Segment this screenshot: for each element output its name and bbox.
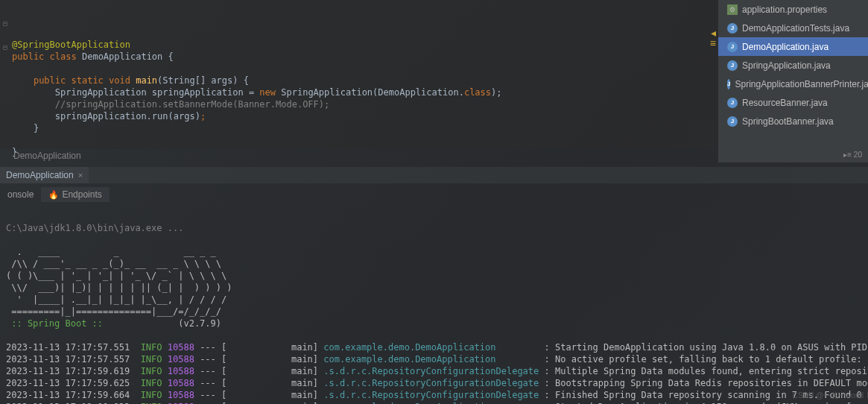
log-line: 2023-11-13 17:17:57.557 INFO 10588 --- [… (6, 353, 862, 365)
change-marker-icon[interactable]: ≡ (710, 37, 716, 49)
tab-console[interactable]: onsole (0, 187, 41, 202)
method-name: main (136, 75, 157, 86)
java-class-icon (727, 116, 738, 127)
run-config-tab[interactable]: DemoApplication × (0, 167, 89, 183)
properties-icon (727, 4, 738, 15)
annotation: @SpringBootApplication (12, 40, 130, 50)
code-editor[interactable]: ⊟ ⊟ @SpringBootApplication public class … (0, 0, 717, 149)
java-class-icon (727, 60, 738, 71)
brace: { (162, 51, 173, 62)
log-line: 2023-11-13 17:17:59.619 INFO 10588 --- [… (6, 365, 862, 377)
file-item[interactable]: ResourceBanner.java (718, 93, 868, 112)
log-line: 2023-11-13 17:17:59.664 INFO 10588 --- [… (6, 389, 862, 401)
close-icon[interactable]: × (78, 171, 83, 180)
brace: } (12, 123, 39, 133)
params: (String[] args) { (157, 75, 249, 86)
keyword: class (464, 87, 491, 98)
keyword: public static void (34, 75, 130, 86)
fold-icon[interactable]: ⊟ (3, 42, 7, 54)
log-line: 2023-11-13 17:18:00.833 INFO 10588 --- [… (6, 401, 862, 404)
spring-banner: . ____ _ __ _ _ /\\ / ___'_ __ _ _(_)_ _… (6, 247, 232, 317)
comment: //springApplication.setBannerMode(Banner… (12, 99, 329, 110)
java-class-icon (727, 23, 738, 34)
java-class-icon (727, 98, 738, 108)
file-name: application.properties (742, 4, 827, 15)
spring-boot-version: (v2.7.9) (108, 318, 221, 329)
tab-endpoints[interactable]: 🔥 Endpoints (41, 187, 109, 202)
keyword: new (259, 87, 276, 98)
semicolon: ; (200, 111, 206, 121)
spring-boot-label: :: Spring Boot :: (6, 318, 108, 329)
run-config-label: DemoApplication (6, 170, 74, 180)
file-item[interactable]: DemoApplicationTests.java (718, 19, 868, 37)
file-name: DemoApplication.java (742, 42, 829, 52)
file-item[interactable]: SpringApplication.java (718, 56, 868, 75)
console-command: C:\Java\jdk1.8.0\bin\java.exe ... (6, 223, 183, 233)
code-text: ); (491, 87, 501, 98)
console-output[interactable]: C:\Java\jdk1.8.0\bin\java.exe ... . ____… (0, 207, 868, 404)
editor-status[interactable]: ▸≡ 20 (843, 151, 862, 159)
fire-icon: 🔥 (48, 190, 59, 200)
code-text: SpringApplication springApplication = (12, 87, 259, 98)
code-text: springApplication.run(args) (12, 111, 200, 121)
file-item[interactable]: application.properties (718, 0, 868, 19)
java-class-icon (727, 42, 738, 52)
tab-label: Endpoints (62, 189, 101, 200)
file-name: DemoApplicationTests.java (742, 23, 849, 34)
file-name: SpringApplicationBannerPrinter.ja (735, 79, 868, 89)
keyword: public (12, 51, 44, 62)
file-item[interactable]: SpringBootBanner.java (718, 112, 868, 130)
log-line: 2023-11-13 17:17:57.551 INFO 10588 --- [… (6, 341, 862, 353)
watermark: CSDN @一花一world (793, 391, 864, 401)
class-name: DemoApplication (82, 51, 162, 62)
file-structure-panel: application.propertiesDemoApplicationTes… (717, 0, 868, 162)
code-text: SpringApplication(DemoApplication. (276, 87, 464, 98)
java-class-icon (727, 79, 730, 89)
file-name: ResourceBanner.java (742, 98, 828, 108)
breadcrumb[interactable]: DemoApplication (13, 151, 81, 161)
keyword: class (50, 51, 77, 62)
run-toolbar: DemoApplication × (0, 167, 868, 183)
log-line: 2023-11-13 17:17:59.625 INFO 10588 --- [… (6, 377, 862, 389)
file-item[interactable]: SpringApplicationBannerPrinter.ja (718, 75, 868, 93)
fold-icon[interactable]: ⊟ (3, 18, 7, 30)
file-name: SpringApplication.java (742, 60, 831, 71)
file-item[interactable]: DemoApplication.java (718, 37, 868, 56)
file-name: SpringBootBanner.java (742, 116, 834, 127)
tool-window-tabs: onsole 🔥 Endpoints (0, 186, 110, 203)
